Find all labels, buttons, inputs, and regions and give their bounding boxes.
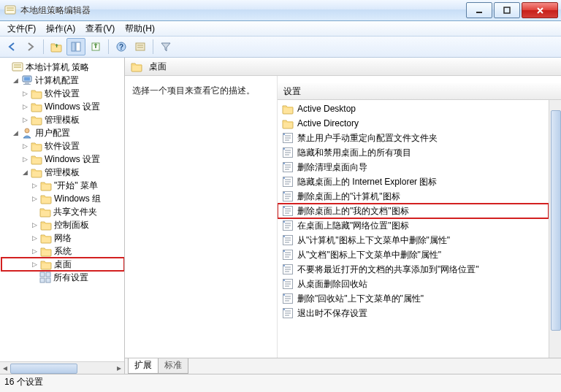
- description-prompt: 选择一个项目来查看它的描述。: [132, 85, 255, 96]
- list-item[interactable]: 删除桌面上的"计算机"图标: [278, 189, 549, 204]
- close-button[interactable]: [522, 2, 558, 18]
- tree-node[interactable]: Windows 组: [54, 193, 101, 205]
- tree-node[interactable]: 共享文件夹: [53, 206, 97, 218]
- list-item[interactable]: Active Desktop: [278, 101, 549, 116]
- list-item[interactable]: 退出时不保存设置: [278, 306, 549, 320]
- chevron-right-icon[interactable]: ▷: [30, 181, 39, 191]
- list-item[interactable]: 删除清理桌面向导: [278, 160, 549, 174]
- titlebar: 本地组策略编辑器: [0, 0, 561, 21]
- tree-node[interactable]: 管理模板: [45, 114, 80, 126]
- menu-view[interactable]: 查看(V): [81, 21, 119, 36]
- chevron-right-icon[interactable]: ▷: [30, 247, 39, 256]
- all-settings-icon: [39, 272, 51, 283]
- tab-standard[interactable]: 标准: [158, 358, 188, 374]
- chevron-down-icon[interactable]: ◢: [20, 168, 30, 177]
- list-item[interactable]: 隐藏和禁用桌面上的所有项目: [278, 145, 549, 160]
- tree-user-config[interactable]: 用户配置: [35, 127, 70, 139]
- setting-icon: [282, 293, 294, 304]
- list-item[interactable]: 删除桌面上的"我的文档"图标: [278, 204, 549, 218]
- list-item[interactable]: 隐藏桌面上的 Internet Explorer 图标: [278, 174, 549, 189]
- list-header[interactable]: 设置: [278, 83, 561, 100]
- description-column: 选择一个项目来查看它的描述。: [125, 76, 277, 358]
- tree-node[interactable]: Windows 设置: [45, 153, 100, 166]
- menu-action[interactable]: 操作(A): [42, 21, 80, 36]
- folder-icon: [40, 193, 52, 204]
- list-item-label: 在桌面上隐藏"网络位置"图标: [297, 220, 409, 232]
- tree-node-desktop[interactable]: 桌面: [54, 258, 72, 271]
- folder-icon: [40, 258, 52, 270]
- menu-help[interactable]: 帮助(H): [121, 21, 159, 36]
- help-button[interactable]: ?: [112, 39, 130, 55]
- tree-scrollbar-h[interactable]: ◂▸: [0, 361, 124, 374]
- status-bar: 16 个设置: [0, 374, 561, 392]
- svg-text:?: ?: [119, 43, 123, 51]
- setting-icon: [282, 234, 294, 246]
- folder-icon: [31, 140, 42, 152]
- list-item[interactable]: 在桌面上隐藏"网络位置"图标: [278, 218, 549, 233]
- list-scrollbar-v[interactable]: [549, 100, 561, 358]
- list-item[interactable]: Active Directory: [278, 116, 549, 131]
- svg-rect-20: [76, 42, 80, 51]
- list-item-label: 从"文档"图标上下文菜单中删除"属性": [297, 249, 441, 261]
- nav-back-button[interactable]: [3, 39, 20, 55]
- nav-forward-button[interactable]: [22, 39, 39, 55]
- folder-icon: [40, 232, 52, 244]
- maximize-button[interactable]: [494, 2, 520, 18]
- list-item-label: 删除"回收站"上下文菜单的"属性": [297, 293, 424, 305]
- export-button[interactable]: [87, 39, 104, 55]
- list-item[interactable]: 从"文档"图标上下文菜单中删除"属性": [278, 247, 549, 262]
- tree-node[interactable]: 系统: [54, 245, 72, 258]
- content-pane: 桌面 选择一个项目来查看它的描述。 设置 Active DesktopActiv…: [125, 58, 561, 374]
- list-item[interactable]: 禁止用户手动重定向配置文件文件夹: [278, 131, 549, 145]
- filter-button[interactable]: [157, 39, 175, 55]
- tree-node[interactable]: Windows 设置: [45, 101, 100, 113]
- tree-root[interactable]: 本地计算机 策略: [26, 61, 89, 74]
- list-header-label: 设置: [283, 85, 301, 98]
- setting-icon: [282, 264, 294, 275]
- tree-node[interactable]: 软件设置: [45, 88, 80, 100]
- properties-button[interactable]: [131, 39, 149, 55]
- tab-extended[interactable]: 扩展: [128, 358, 159, 374]
- tree-node[interactable]: 控制面板: [54, 219, 89, 231]
- setting-icon: [282, 307, 294, 319]
- tree-node[interactable]: "开始" 菜单: [54, 180, 98, 192]
- status-text: 16 个设置: [4, 377, 43, 387]
- chevron-right-icon[interactable]: ▷: [30, 194, 39, 204]
- tree-computer-config[interactable]: 计算机配置: [35, 74, 79, 87]
- tree-node[interactable]: 软件设置: [45, 140, 80, 153]
- tree-node[interactable]: 所有设置: [53, 272, 88, 284]
- tab-strip: 扩展 标准: [125, 358, 561, 374]
- menu-file[interactable]: 文件(F): [3, 21, 40, 36]
- chevron-down-icon[interactable]: ◢: [11, 128, 20, 138]
- show-hide-tree-button[interactable]: [66, 38, 85, 55]
- list-item[interactable]: 不要将最近打开的文档的共享添加到"网络位置": [278, 262, 549, 277]
- setting-icon: [282, 147, 294, 158]
- list-item-label: 不要将最近打开的文档的共享添加到"网络位置": [297, 264, 479, 276]
- folder-icon: [40, 245, 52, 257]
- console-icon: [12, 61, 23, 73]
- up-button[interactable]: [47, 39, 65, 55]
- policy-tree[interactable]: 本地计算机 策略 ◢计算机配置 ▷软件设置 ▷Windows 设置 ▷管理模板: [0, 58, 124, 361]
- folder-icon: [31, 153, 42, 165]
- folder-icon: [31, 166, 42, 178]
- folder-icon: [131, 61, 142, 72]
- chevron-right-icon[interactable]: ▷: [20, 102, 30, 112]
- chevron-right-icon[interactable]: ▷: [20, 142, 30, 151]
- tree-node[interactable]: 管理模板: [45, 166, 80, 179]
- list-item[interactable]: 删除"回收站"上下文菜单的"属性": [278, 291, 549, 306]
- chevron-right-icon[interactable]: ▷: [30, 234, 39, 243]
- chevron-right-icon[interactable]: ▷: [20, 115, 30, 125]
- chevron-down-icon[interactable]: ◢: [11, 76, 20, 85]
- chevron-right-icon[interactable]: ▷: [20, 155, 30, 164]
- list-item-label: 从桌面删除回收站: [297, 278, 367, 291]
- chevron-right-icon[interactable]: ▷: [30, 260, 39, 269]
- chevron-right-icon[interactable]: ▷: [20, 89, 30, 99]
- user-icon: [21, 127, 33, 139]
- minimize-button[interactable]: [466, 2, 492, 18]
- list-item[interactable]: 从"计算机"图标上下文菜单中删除"属性": [278, 233, 549, 247]
- settings-list[interactable]: Active DesktopActive Directory禁止用户手动重定向配…: [278, 100, 549, 358]
- list-item[interactable]: 从桌面删除回收站: [278, 277, 549, 291]
- tree-pane: 本地计算机 策略 ◢计算机配置 ▷软件设置 ▷Windows 设置 ▷管理模板: [0, 58, 125, 374]
- tree-node[interactable]: 网络: [54, 232, 72, 245]
- chevron-right-icon[interactable]: ▷: [30, 220, 39, 230]
